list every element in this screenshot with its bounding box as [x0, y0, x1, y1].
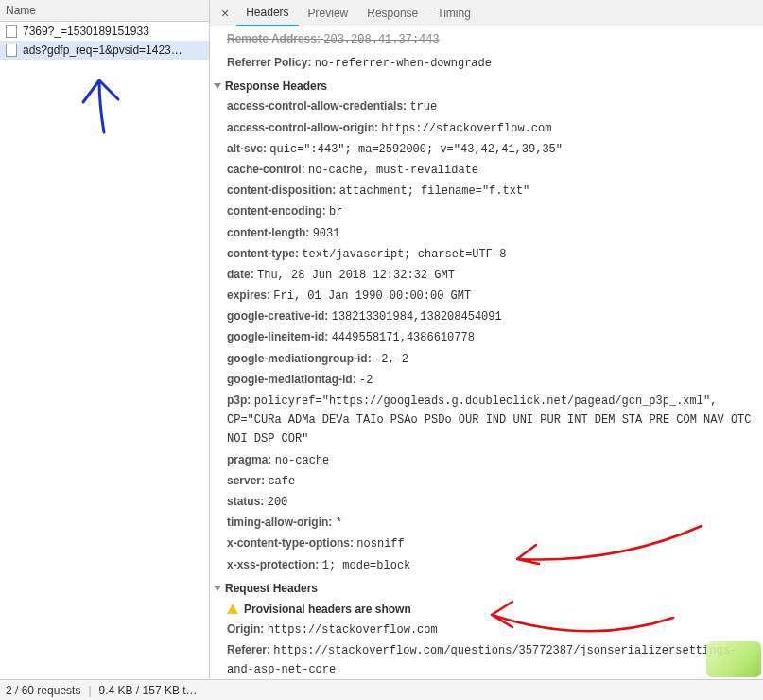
- name-column-header[interactable]: Name: [0, 0, 209, 22]
- header-row: p3p: policyref="https://googleads.g.doub…: [210, 391, 763, 450]
- request-list-panel: Name 7369?_=1530189151933 ads?gdfp_req=1…: [0, 0, 210, 679]
- header-key: content-length:: [227, 226, 313, 239]
- header-key: google-mediationtag-id:: [227, 373, 359, 386]
- header-value: 203.208.41.37:443: [323, 33, 439, 46]
- header-row: Referer: https://stackoverflow.com/quest…: [210, 640, 763, 679]
- header-key: server:: [227, 474, 268, 487]
- header-key: x-content-type-options:: [227, 536, 356, 550]
- separator: |: [88, 684, 91, 697]
- detail-panel: × Headers Preview Response Timing Remote…: [210, 0, 763, 679]
- header-row: content-type: text/javascript; charset=U…: [210, 244, 763, 265]
- chevron-down-icon: [214, 586, 221, 591]
- header-value: 200: [268, 496, 288, 509]
- header-value: 138213301984,138208454091: [332, 310, 502, 324]
- headers-body[interactable]: Remote Address: 203.208.41.37:443 Referr…: [210, 26, 763, 679]
- header-row: date: Thu, 28 Jun 2018 12:32:32 GMT: [210, 265, 763, 286]
- header-value: policyref="https://googleads.g.doublecli…: [227, 394, 752, 446]
- request-name: ads?gdfp_req=1&pvsid=1423…: [23, 44, 182, 57]
- header-key: access-control-allow-credentials:: [227, 99, 409, 113]
- header-value: 4449558171,4386610778: [332, 331, 475, 344]
- header-row: timing-allow-origin: *: [210, 513, 763, 534]
- header-key: cache-control:: [227, 163, 308, 176]
- header-row: server: cafe: [210, 471, 763, 492]
- request-row[interactable]: 7369?_=1530189151933: [0, 22, 209, 41]
- header-key: alt-svc:: [227, 142, 269, 155]
- warning-text: Provisional headers are shown: [244, 603, 411, 616]
- header-key: timing-allow-origin:: [227, 516, 336, 529]
- chevron-down-icon: [214, 83, 221, 89]
- header-key: content-encoding:: [227, 204, 329, 218]
- warning-icon: [227, 604, 238, 614]
- header-key: Referer:: [227, 643, 273, 656]
- section-label: Request Headers: [225, 582, 318, 595]
- header-row: google-mediationgroup-id: -2,-2: [210, 349, 763, 370]
- status-transfer: 9.4 KB / 157 KB t…: [99, 684, 198, 697]
- request-list: 7369?_=1530189151933 ads?gdfp_req=1&pvsi…: [0, 22, 209, 679]
- header-value: attachment; filename="f.txt": [339, 184, 530, 198]
- status-bar: 2 / 60 requests | 9.4 KB / 157 KB t…: [0, 679, 763, 700]
- header-key: Origin:: [227, 622, 268, 636]
- header-row: cache-control: no-cache, must-revalidate: [210, 160, 763, 181]
- header-key: Remote Address:: [227, 32, 321, 45]
- header-row: content-length: 9031: [210, 223, 763, 244]
- provisional-warning: Provisional headers are shown: [210, 599, 763, 620]
- header-key: date:: [227, 268, 257, 281]
- header-value: -2,-2: [374, 353, 408, 366]
- header-value: 9031: [313, 227, 340, 240]
- header-value: text/javascript; charset=UTF-8: [302, 248, 506, 261]
- header-row: pragma: no-cache: [210, 450, 763, 471]
- tab-timing[interactable]: Timing: [427, 1, 480, 26]
- header-row: access-control-allow-origin: https://sta…: [210, 118, 763, 139]
- request-row[interactable]: ads?gdfp_req=1&pvsid=1423…: [0, 41, 209, 60]
- header-key: status:: [227, 495, 268, 508]
- header-key: google-lineitem-id:: [227, 330, 332, 343]
- header-row: expires: Fri, 01 Jan 1990 00:00:00 GMT: [210, 286, 763, 306]
- header-value: -2: [359, 374, 373, 387]
- header-value: *: [336, 516, 342, 530]
- response-headers-section[interactable]: Response Headers: [210, 74, 763, 96]
- header-row: google-lineitem-id: 4449558171,438661077…: [210, 327, 763, 348]
- header-value: cafe: [268, 475, 295, 488]
- file-icon: [6, 25, 17, 38]
- header-value: https://stackoverflow.com: [268, 623, 438, 637]
- header-value: br: [329, 205, 342, 219]
- header-key: access-control-allow-origin:: [227, 121, 381, 134]
- header-value: Thu, 28 Jun 2018 12:32:32 GMT: [257, 269, 455, 282]
- section-label: Response Headers: [225, 79, 327, 93]
- request-headers-section[interactable]: Request Headers: [210, 576, 763, 599]
- header-key: p3p:: [227, 394, 254, 407]
- decorative-corner: [706, 641, 761, 677]
- header-value: no-cache, must-revalidate: [308, 164, 478, 177]
- close-icon[interactable]: ×: [214, 6, 236, 21]
- header-key: x-xss-protection:: [227, 558, 322, 571]
- header-row: access-control-allow-credentials: true: [210, 96, 763, 117]
- header-key: content-type:: [227, 247, 302, 260]
- request-name: 7369?_=1530189151933: [23, 25, 149, 38]
- header-row: google-mediationtag-id: -2: [210, 370, 763, 391]
- detail-tabs: × Headers Preview Response Timing: [210, 0, 763, 26]
- header-key: content-disposition:: [227, 184, 339, 197]
- header-row: content-disposition: attachment; filenam…: [210, 181, 763, 201]
- header-value: no-cache: [275, 454, 330, 467]
- tab-response[interactable]: Response: [357, 1, 427, 26]
- header-row: google-creative-id: 138213301984,1382084…: [210, 306, 763, 327]
- header-row: x-content-type-options: nosniff: [210, 534, 763, 554]
- header-value: 1; mode=block: [322, 559, 411, 572]
- header-key: pragma:: [227, 453, 275, 466]
- header-value: https://stackoverflow.com: [381, 122, 551, 135]
- header-value: true: [409, 100, 437, 114]
- header-row: Origin: https://stackoverflow.com: [210, 620, 763, 640]
- header-row: content-encoding: br: [210, 201, 763, 222]
- header-row: status: 200: [210, 492, 763, 513]
- tab-headers[interactable]: Headers: [236, 0, 298, 26]
- header-value: https://stackoverflow.com/questions/3577…: [227, 644, 737, 676]
- header-value: Fri, 01 Jan 1990 00:00:00 GMT: [273, 289, 471, 303]
- header-row: alt-svc: quic=":443"; ma=2592000; v="43,…: [210, 139, 763, 160]
- status-requests: 2 / 60 requests: [6, 684, 80, 697]
- header-key: google-creative-id:: [227, 309, 332, 323]
- header-key: google-mediationgroup-id:: [227, 352, 374, 365]
- header-key: expires:: [227, 289, 273, 302]
- tab-preview[interactable]: Preview: [299, 1, 358, 26]
- header-value: no-referrer-when-downgrade: [315, 57, 492, 70]
- header-key: Referrer Policy:: [227, 56, 311, 69]
